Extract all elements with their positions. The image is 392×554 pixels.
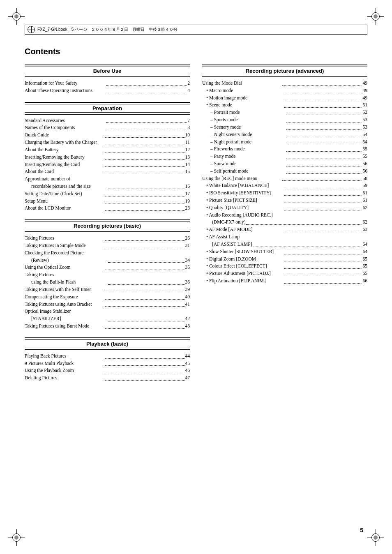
toc-entry-bullet: • Picture Size [PICT.SIZE] 61 <box>202 197 367 204</box>
toc-entry-bullet: • Macro mode 49 <box>202 87 367 95</box>
toc-entry: Compensating the Exposure 40 <box>25 293 190 301</box>
toc-entry: Using the [REC] mode menu 58 <box>202 175 367 182</box>
header-text: FXZ_7-GN.book 5 ページ ２００４年８月２日 月曜日 午後３時４０… <box>37 27 178 32</box>
toc-entry-bullet: • Colour Effect [COL.EFFECT] 65 <box>202 263 367 270</box>
toc-entry-dash: – Sports mode 53 <box>202 116 367 124</box>
toc-entry: About These Operating Instructions 4 <box>25 87 190 95</box>
corner-mark-tl <box>8 8 25 25</box>
toc-entry: Setup Menu 19 <box>25 198 190 205</box>
left-column: Before Use Information for Your Safety 2… <box>25 65 190 389</box>
toc-entry: Setting Date/Time (Clock Set) 17 <box>25 190 190 198</box>
section-recording-basic: Recording pictures (basic) Taking Pictur… <box>25 219 190 330</box>
section-header-before-use: Before Use <box>25 65 190 77</box>
section-recording-advanced: Recording pictures (advanced) Using the … <box>202 65 367 285</box>
toc-entry-dash: – Self portrait mode 56 <box>202 168 367 175</box>
toc-entry-dash: – Party mode 55 <box>202 153 367 160</box>
section-playback-basic: Playback (basic) Playing Back Pictures 4… <box>25 337 190 382</box>
toc-entry-multi: Checking the Recorded Picture (Review) 3… <box>25 249 190 264</box>
section-header-preparation: Preparation <box>25 102 190 115</box>
toc-entry: About the LCD Monitor 23 <box>25 205 190 212</box>
toc-entry-bullet: • AF Mode [AF MODE] 63 <box>202 226 367 233</box>
toc-columns: Before Use Information for Your Safety 2… <box>25 65 367 389</box>
toc-page: 2 <box>187 80 190 87</box>
page-number: 5 <box>360 527 363 533</box>
toc-entry-multi: Optical Image Stabilizer [STABILIZER] 42 <box>25 308 190 323</box>
toc-entry: Using the Optical Zoom 35 <box>25 264 190 271</box>
toc-entry-bullet: • White Balance [W.BALANCE] 59 <box>202 182 367 189</box>
toc-entry-multi: Taking Pictures using the Built-in Flash… <box>25 271 190 286</box>
toc-entry: Taking Pictures in Simple Mode 31 <box>25 242 190 249</box>
toc-entry-bullet: • Scene mode 51 <box>202 102 367 109</box>
toc-entry: 9 Pictures Multi Playback 45 <box>25 360 190 367</box>
toc-entry-dash: – Snow mode 56 <box>202 160 367 168</box>
corner-mark-bl <box>8 529 25 546</box>
section-header-playback-basic: Playback (basic) <box>25 337 190 350</box>
toc-entry-bullet: • Digital Zoom [D.ZOOM] 65 <box>202 256 367 263</box>
toc-entry: Charging the Battery with the Charger 11 <box>25 139 190 146</box>
toc-entry: Taking Pictures using Auto Bracket 41 <box>25 301 190 308</box>
toc-entry-bullet: • Picture Adjustment [PICT.ADJ.] 65 <box>202 270 367 277</box>
section-before-use: Before Use Information for Your Safety 2… <box>25 65 190 95</box>
toc-entry-multi: Approximate number of recordable picture… <box>25 175 190 190</box>
toc-page: 4 <box>187 87 190 95</box>
toc-entry: Taking Pictures 26 <box>25 235 190 242</box>
section-header-recording-basic: Recording pictures (basic) <box>25 219 190 232</box>
corner-mark-br <box>367 529 384 546</box>
section-header-recording-advanced: Recording pictures (advanced) <box>202 65 367 77</box>
toc-entry: Taking Pictures with the Self-timer 39 <box>25 286 190 293</box>
toc-entry-bullet: • Quality [QUALITY] 62 <box>202 204 367 212</box>
compass-icon <box>28 26 35 33</box>
toc-entry-bullet: • ISO Sensitivity [SENSITIVITY] 61 <box>202 189 367 197</box>
toc-entry: About the Card 15 <box>25 168 190 175</box>
section-preparation: Preparation Standard Accessories 7 Names… <box>25 102 190 212</box>
toc-entry-dash: – Night scenery mode 54 <box>202 131 367 138</box>
toc-entry: Information for Your Safety 2 <box>25 80 190 87</box>
page: FXZ_7-GN.book 5 ページ ２００４年８月２日 月曜日 午後３時４０… <box>0 0 392 554</box>
toc-entry: Taking Pictures using Burst Mode 43 <box>25 323 190 330</box>
toc-entry-dash: – Fireworks mode 55 <box>202 145 367 153</box>
toc-entry: Deleting Pictures 47 <box>25 374 190 382</box>
toc-entry: Using the Mode Dial 49 <box>202 80 367 87</box>
toc-title: About These Operating Instructions <box>25 87 105 95</box>
toc-entry: Names of the Components 8 <box>25 124 190 132</box>
toc-entry-dash: – Scenery mode 53 <box>202 124 367 131</box>
toc-entry-bullet: • Motion image mode 49 <box>202 95 367 102</box>
toc-entry-bullet: • Slow Shutter [SLOW SHUTTER] 64 <box>202 248 367 256</box>
toc-entry-bullet-multi: • AF Assist Lamp [AF ASSIST LAMP] 64 <box>202 233 367 248</box>
toc-entry: Playing Back Pictures 44 <box>25 353 190 360</box>
right-column: Recording pictures (advanced) Using the … <box>202 65 367 389</box>
toc-entry-bullet: • Flip Animation [FLIP ANIM.] 66 <box>202 277 367 285</box>
toc-entry: Inserting/Removing the Battery 13 <box>25 154 190 161</box>
toc-entry: Inserting/Removing the Card 14 <box>25 161 190 169</box>
header-bar: FXZ_7-GN.book 5 ページ ２００４年８月２日 月曜日 午後３時４０… <box>25 25 367 35</box>
toc-entry: About the Battery 12 <box>25 146 190 154</box>
toc-entry-bullet-multi: • Audio Recording [AUDIO REC.] (DMC-FX7 … <box>202 212 367 226</box>
toc-entry: Standard Accessories 7 <box>25 117 190 125</box>
toc-entry-dash: – Portrait mode 52 <box>202 109 367 116</box>
toc-entry: Quick Guide 10 <box>25 132 190 139</box>
toc-entry-dash: – Night portrait mode 54 <box>202 138 367 146</box>
toc-entry: Using the Playback Zoom 46 <box>25 367 190 374</box>
toc-title: Information for Your Safety <box>25 80 105 87</box>
page-title: Contents <box>25 47 367 56</box>
corner-mark-tr <box>367 8 384 25</box>
